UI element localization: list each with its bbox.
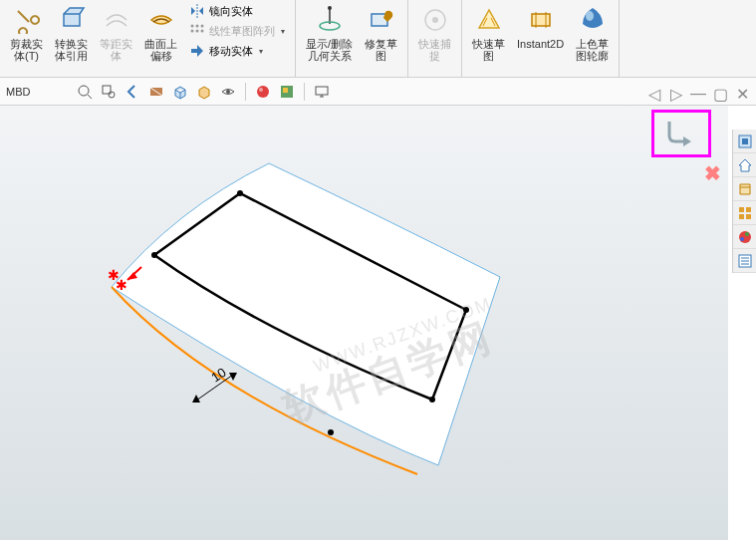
svg-point-0 (191, 25, 194, 28)
dropdown-arrow-icon: ▾ (281, 27, 285, 36)
svg-point-3 (191, 30, 194, 33)
repair-icon (366, 4, 397, 36)
svg-rect-27 (739, 214, 744, 219)
view-orientation-icon[interactable] (171, 83, 189, 101)
apply-scene-icon[interactable] (278, 83, 296, 101)
window-controls: ◁ ▷ — ▢ ✕ (646, 86, 750, 102)
exit-sketch-icon[interactable] (661, 116, 701, 151)
convert-entities-button[interactable]: 转换实 体引用 (51, 2, 92, 64)
side-resources-icon[interactable] (733, 130, 756, 153)
mbd-tab[interactable]: MBD (6, 86, 40, 98)
side-view-palette-icon[interactable] (733, 201, 756, 225)
nav-right-icon[interactable]: ▷ (668, 86, 684, 102)
svg-rect-26 (746, 207, 751, 212)
offset-on-surface-label: 曲面上 偏移 (144, 38, 177, 62)
side-appearances-icon[interactable] (733, 225, 756, 249)
move-entities-button[interactable]: 移动实体 ▾ (185, 42, 289, 60)
surface-offset-icon (145, 4, 177, 36)
pattern-icon (189, 23, 205, 39)
svg-point-4 (196, 30, 199, 33)
graphics-viewport[interactable]: ✱ ✱ 10 WWW.RJZXW.COM 软件自学网 (0, 106, 728, 540)
repair-sketch-button[interactable]: 修复草 图 (361, 2, 401, 64)
mirror-entities-label: 镜向实体 (209, 4, 253, 19)
rapid-sketch-button[interactable]: 快速草 图 (468, 2, 509, 64)
svg-point-17 (226, 90, 230, 94)
shaded-sketch-icon (577, 4, 609, 36)
section-view-icon[interactable] (147, 83, 165, 101)
zoom-fit-icon[interactable] (76, 83, 94, 101)
hide-show-icon[interactable] (219, 83, 237, 101)
display-relations-button[interactable]: 显示/删除 几何关系 (302, 2, 357, 64)
quick-snap-label: 快速捕 捉 (418, 38, 451, 62)
svg-point-19 (259, 88, 263, 92)
offset-on-surface-button[interactable]: 曲面上 偏移 (140, 2, 181, 64)
sketch-vertex[interactable] (429, 397, 435, 403)
instant2d-icon (525, 4, 557, 36)
endpoint-marker: ✱ (116, 277, 127, 293)
offset-entities-label: 等距实 体 (100, 38, 132, 62)
svg-point-13 (79, 86, 89, 96)
dropdown-arrow-icon: ▾ (259, 47, 263, 56)
mirror-icon (189, 3, 205, 19)
svg-point-15 (109, 92, 115, 98)
sketch-vertex[interactable] (151, 252, 157, 258)
sketch-vertex[interactable] (328, 429, 334, 435)
rapid-sketch-icon (473, 4, 505, 36)
svg-point-7 (328, 6, 332, 10)
sketch-vertex[interactable] (463, 307, 469, 313)
svg-rect-24 (742, 138, 748, 144)
svg-point-2 (201, 25, 204, 28)
quick-snap-button[interactable]: 快速捕 捉 (414, 2, 455, 64)
move-entities-label: 移动实体 (209, 44, 253, 59)
dimension-value[interactable]: 10 (208, 365, 228, 386)
svg-point-31 (740, 237, 744, 241)
close-icon[interactable]: ✕ (734, 86, 750, 102)
side-home-icon[interactable] (733, 153, 756, 177)
svg-point-18 (257, 86, 269, 98)
view-settings-icon[interactable] (313, 83, 331, 101)
svg-point-10 (432, 17, 438, 23)
toolbar-separator (245, 83, 246, 101)
shaded-sketch-label: 上色草 图轮廓 (576, 38, 609, 62)
side-custom-props-icon[interactable] (733, 249, 756, 273)
trim-entities-label: 剪裁实 体(T) (10, 38, 43, 62)
svg-point-5 (201, 30, 204, 33)
sketch-vertex[interactable] (237, 190, 243, 196)
instant2d-button[interactable]: Instant2D (513, 2, 568, 52)
ribbon-group-sketch-tools: 剪裁实 体(T) 转换实 体引用 等距实 体 曲面上 偏移 (0, 0, 296, 77)
maximize-icon[interactable]: ▢ (712, 86, 728, 102)
linear-pattern-label: 线性草图阵列 (209, 24, 275, 39)
svg-rect-25 (739, 207, 744, 212)
cancel-sketch-icon[interactable]: ✖ (704, 161, 721, 185)
toolbar-separator (304, 83, 305, 101)
ribbon-group-rapid: 快速草 图 Instant2D 上色草 图轮廓 (462, 0, 620, 77)
svg-rect-28 (746, 214, 751, 219)
ribbon-small-column: 镜向实体 线性草图阵列 ▾ 移动实体 ▾ (185, 2, 289, 60)
svg-point-1 (196, 25, 199, 28)
task-pane (732, 130, 756, 273)
linear-pattern-button[interactable]: 线性草图阵列 ▾ (185, 22, 289, 40)
side-library-icon[interactable] (733, 177, 756, 201)
snap-icon (419, 4, 451, 36)
display-relations-label: 显示/删除 几何关系 (306, 38, 353, 62)
ribbon-group-snap: 快速捕 捉 (408, 0, 462, 77)
shaded-sketch-button[interactable]: 上色草 图轮廓 (572, 2, 613, 64)
display-style-icon[interactable] (195, 83, 213, 101)
zoom-area-icon[interactable] (100, 83, 118, 101)
sketch-canvas: ✱ ✱ 10 (0, 106, 727, 540)
mirror-entities-button[interactable]: 镜向实体 (185, 2, 289, 20)
prev-view-icon[interactable] (124, 83, 141, 101)
nav-left-icon[interactable]: ◁ (646, 86, 662, 102)
surface-boundary (112, 163, 500, 465)
rapid-sketch-label: 快速草 图 (472, 38, 505, 62)
repair-sketch-label: 修复草 图 (365, 38, 397, 62)
svg-point-29 (739, 231, 751, 243)
sub-toolbar: MBD (0, 78, 756, 106)
offset-entities-button[interactable]: 等距实 体 (96, 2, 136, 64)
trim-entities-button[interactable]: 剪裁实 体(T) (6, 2, 47, 64)
svg-rect-11 (532, 14, 550, 26)
minimize-icon[interactable]: — (690, 86, 706, 102)
svg-rect-22 (316, 87, 328, 95)
view-toolbar (76, 83, 331, 101)
edit-appearance-icon[interactable] (254, 83, 272, 101)
